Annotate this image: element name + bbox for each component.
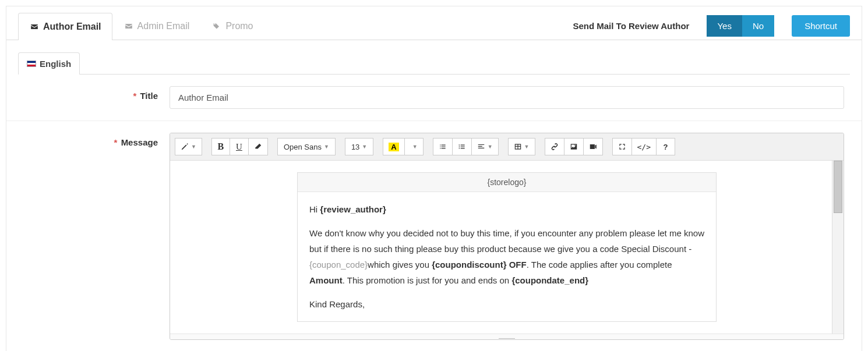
tag-icon [211,22,222,30]
help-button[interactable]: ? [657,138,675,155]
link-icon [551,143,559,151]
mail-logo-row: {storelogo} [298,173,716,192]
table-button[interactable]: ▼ [508,138,535,155]
video-button[interactable] [584,138,603,155]
mail-template: {storelogo} Hi {review_author} We don't … [297,172,717,322]
editor-content[interactable]: {storelogo} Hi {review_author} We don't … [170,161,844,334]
language-label: English [40,59,71,69]
send-mail-label: Send Mail To Review Author [573,21,689,31]
ol-button[interactable] [453,138,472,155]
font-color-button[interactable]: A [383,138,404,155]
ul-button[interactable] [433,138,453,155]
image-button[interactable] [564,138,584,155]
fullscreen-icon [618,143,626,151]
font-size-select[interactable]: 13▼ [345,138,373,155]
font-color-caret[interactable]: ▼ [405,138,424,155]
link-button[interactable] [545,138,564,155]
shortcut-button[interactable]: Shortcut [792,15,850,37]
code-view-button[interactable]: </> [632,138,657,155]
mail-body: Hi {review_author} We don't know why you… [298,192,716,321]
tab-label: Admin Email [137,21,190,31]
list-ol-icon [458,143,466,151]
align-button[interactable]: ▼ [472,138,499,155]
tab-author-email[interactable]: Author Email [18,13,112,40]
image-icon [570,143,578,151]
title-label: * Title [24,86,170,101]
top-tabs-row: Author Email Admin Email Promo Send Mail… [6,12,862,40]
list-ul-icon [439,143,447,151]
envelope-icon [124,22,134,30]
envelope-icon [29,23,40,31]
editor-scrollbar[interactable] [832,161,844,334]
send-mail-toggle: Yes No [707,15,774,37]
wysiwyg-editor: ▼ B U Open Sans▼ 13▼ A ▼ [170,133,844,340]
language-tab-english[interactable]: English [18,52,80,75]
tab-admin-email[interactable]: Admin Email [112,12,201,40]
flag-icon [27,61,36,67]
title-row: * Title [6,75,862,121]
panel: Author Email Admin Email Promo Send Mail… [6,6,862,351]
tab-label: Author Email [43,22,101,32]
scroll-thumb[interactable] [834,161,842,213]
editor-toolbar: ▼ B U Open Sans▼ 13▼ A ▼ [170,133,844,161]
underline-button[interactable]: U [230,138,249,155]
tab-promo[interactable]: Promo [200,12,264,40]
fullscreen-button[interactable] [612,138,632,155]
video-icon [589,143,597,151]
font-family-select[interactable]: Open Sans▼ [277,138,336,155]
toggle-yes[interactable]: Yes [707,15,742,37]
eraser-icon [254,143,262,151]
title-input[interactable] [170,86,844,109]
table-icon [514,143,522,151]
eraser-button[interactable] [249,138,268,155]
editor-resize-handle[interactable] [170,334,844,339]
tab-label: Promo [225,21,253,31]
align-icon [477,143,485,151]
message-label: * Message [24,133,170,147]
message-row: * Message ▼ B U Open Sans▼ 1 [6,121,862,351]
bold-button[interactable]: B [211,138,230,155]
language-tabs-row: English [18,52,850,75]
toggle-no[interactable]: No [742,15,774,37]
right-controls: Send Mail To Review Author Yes No Shortc… [573,15,850,37]
top-tabs: Author Email Admin Email Promo [18,12,264,40]
magic-button[interactable]: ▼ [175,138,202,155]
magic-icon [181,143,189,151]
